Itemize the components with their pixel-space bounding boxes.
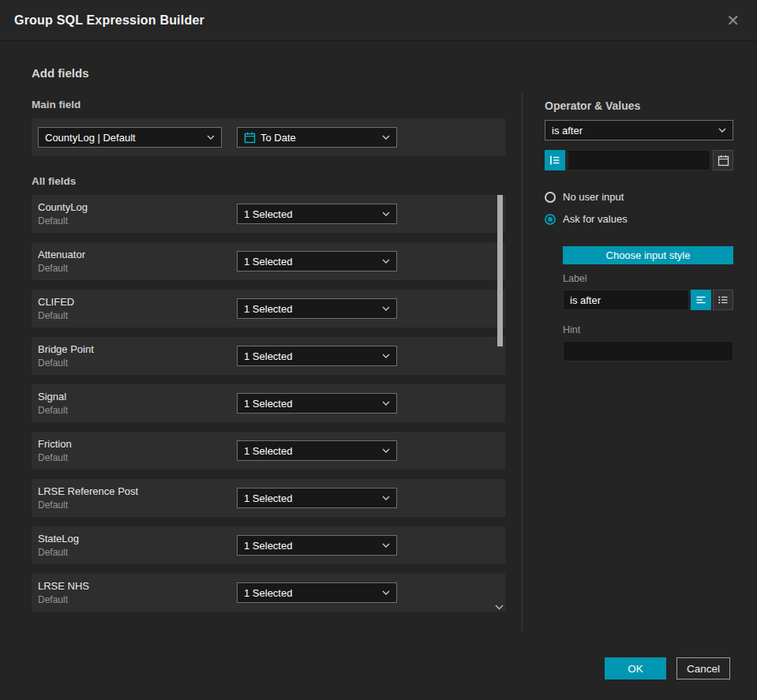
cancel-button[interactable]: Cancel — [676, 657, 730, 679]
field-list-scrollbar[interactable] — [497, 195, 503, 612]
field-row: Bridge Point Default 1 Selected — [32, 337, 505, 375]
field-name: CountyLog — [38, 201, 237, 213]
calendar-icon — [718, 155, 729, 167]
chevron-down-icon — [382, 211, 390, 216]
field-row: Signal Default 1 Selected — [32, 384, 505, 422]
dialog-title: Group SQL Expression Builder — [14, 13, 204, 28]
ask-for-values-options: Choose input style Label Hint — [563, 235, 733, 361]
calendar-icon — [244, 132, 256, 144]
chevron-down-icon — [382, 259, 390, 264]
field-selected-value: 1 Selected — [244, 208, 374, 220]
field-selected-dropdown[interactable]: 1 Selected — [237, 393, 397, 414]
field-row: StateLog Default 1 Selected — [32, 526, 505, 564]
operator-values-section: Operator & Values is after No user input… — [545, 99, 733, 361]
field-name-block: Bridge Point Default — [38, 343, 237, 369]
choose-input-style-button[interactable]: Choose input style — [563, 246, 733, 264]
field-row: Attenuator Default 1 Selected — [32, 242, 505, 280]
field-name-block: Friction Default — [38, 438, 237, 463]
field-selected-dropdown[interactable]: 1 Selected — [237, 251, 397, 271]
field-sublabel: Default — [38, 452, 237, 463]
radio-no-user-input[interactable]: No user input — [545, 191, 733, 203]
chevron-down-icon — [382, 354, 390, 358]
chevron-down-icon — [382, 590, 390, 595]
chevron-down-icon — [382, 543, 390, 548]
dialog-footer: OK Cancel — [605, 657, 730, 679]
field-selected-dropdown[interactable]: 1 Selected — [237, 440, 397, 461]
field-selected-value: 1 Selected — [244, 303, 374, 315]
hint-label: Hint — [563, 324, 733, 335]
field-lines-icon — [549, 155, 560, 166]
hint-input[interactable] — [563, 341, 733, 361]
main-field-select[interactable]: CountyLog | Default — [38, 127, 222, 148]
field-selected-value: 1 Selected — [244, 587, 374, 599]
date-field-select[interactable]: To Date — [237, 127, 397, 148]
field-selected-dropdown[interactable]: 1 Selected — [237, 298, 397, 319]
value-type-toggle-button[interactable] — [545, 150, 565, 170]
field-name-block: Attenuator Default — [38, 249, 237, 274]
chevron-down-icon — [382, 401, 390, 406]
main-field-label: Main field — [32, 99, 505, 110]
main-field-panel: CountyLog | Default To Date — [32, 118, 505, 156]
date-picker-button[interactable] — [713, 150, 733, 170]
field-selected-dropdown[interactable]: 1 Selected — [237, 204, 397, 224]
input-mode-radios: No user input Ask for values — [545, 191, 733, 225]
field-selected-value: 1 Selected — [244, 540, 374, 552]
field-selected-dropdown[interactable]: 1 Selected — [237, 488, 397, 508]
field-name-block: CLIFED Default — [38, 296, 237, 321]
radio-ask-for-values[interactable]: Ask for values — [545, 213, 733, 225]
field-selected-value: 1 Selected — [244, 398, 374, 410]
close-icon[interactable]: ✕ — [723, 9, 743, 32]
field-name-block: Signal Default — [38, 391, 237, 416]
chevron-down-icon — [718, 128, 726, 133]
align-left-icon — [695, 294, 706, 305]
field-sublabel: Default — [38, 357, 237, 369]
field-row: LRSE NHS Default 1 Selected — [32, 574, 505, 612]
field-sublabel: Default — [38, 263, 237, 274]
add-fields-heading: Add fields — [32, 66, 505, 80]
field-selected-dropdown[interactable]: 1 Selected — [237, 535, 397, 556]
dialog-header: Group SQL Expression Builder ✕ — [0, 0, 757, 41]
chevron-down-icon — [382, 306, 390, 311]
field-row: CountyLog Default 1 Selected — [32, 195, 505, 233]
date-field-select-value: To Date — [260, 132, 374, 144]
scroll-down-icon[interactable] — [495, 605, 504, 610]
field-list: CountyLog Default 1 Selected Attenuator … — [32, 195, 505, 612]
field-row: Friction Default 1 Selected — [32, 432, 505, 470]
field-name-block: LRSE NHS Default — [38, 580, 237, 605]
field-selected-dropdown[interactable]: 1 Selected — [237, 346, 397, 366]
list-icon — [718, 294, 729, 305]
field-name: Friction — [38, 438, 237, 450]
value-input[interactable] — [568, 150, 710, 170]
operator-select[interactable]: is after — [545, 120, 733, 140]
field-name-block: StateLog Default — [38, 533, 237, 558]
field-name-block: LRSE Reference Post Default — [38, 485, 237, 511]
value-input-row — [545, 150, 733, 170]
field-row: CLIFED Default 1 Selected — [32, 290, 505, 328]
operator-values-heading: Operator & Values — [545, 99, 733, 112]
field-name: StateLog — [38, 533, 237, 545]
operator-select-value: is after — [552, 125, 710, 137]
list-input-style-button[interactable] — [713, 290, 733, 310]
field-selected-dropdown[interactable]: 1 Selected — [237, 582, 397, 603]
all-fields-label: All fields — [32, 175, 505, 187]
chevron-down-icon — [207, 135, 215, 140]
field-name: Attenuator — [38, 249, 237, 260]
field-name: CLIFED — [38, 296, 237, 308]
field-name-block: CountyLog Default — [38, 201, 237, 226]
field-row: LRSE Reference Post Default 1 Selected — [32, 479, 505, 517]
field-name: Bridge Point — [38, 343, 237, 355]
radio-icon — [545, 192, 556, 203]
chevron-down-icon — [382, 135, 390, 140]
scrollbar-thumb[interactable] — [497, 195, 503, 346]
field-selected-value: 1 Selected — [244, 350, 374, 362]
text-input-style-button[interactable] — [691, 290, 711, 310]
main-field-select-value: CountyLog | Default — [45, 132, 199, 144]
label-input-row — [563, 290, 733, 310]
ok-button[interactable]: OK — [605, 657, 666, 679]
radio-selected-icon — [545, 214, 556, 225]
label-input[interactable] — [563, 290, 689, 310]
chevron-down-icon — [382, 448, 390, 453]
field-selected-value: 1 Selected — [244, 256, 374, 268]
field-selected-value: 1 Selected — [244, 492, 374, 504]
chevron-down-icon — [382, 496, 390, 500]
